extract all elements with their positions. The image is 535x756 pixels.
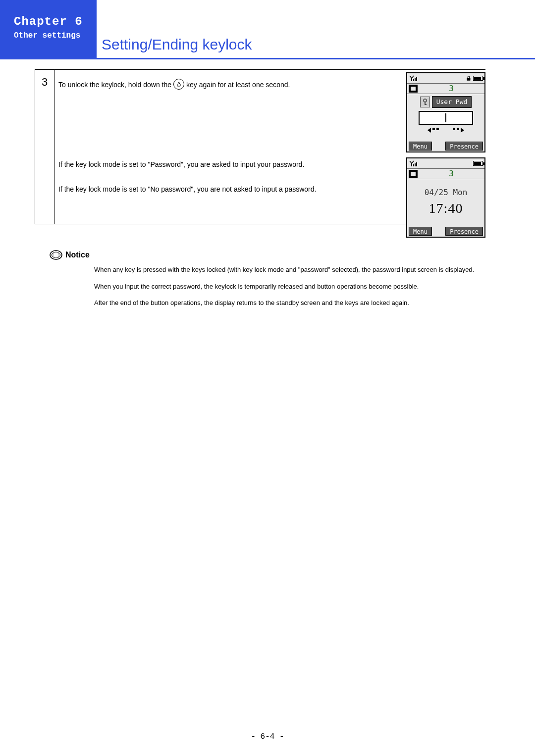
svg-rect-4 [416, 77, 417, 81]
channel-number: 3 [420, 83, 483, 94]
phone-mid-clock: 04/25 Mon 17:40 [407, 179, 484, 226]
phone-mid-password: User Pwd [407, 94, 484, 141]
svg-rect-9 [411, 163, 412, 166]
svg-rect-8 [425, 104, 427, 105]
svg-rect-0 [177, 84, 180, 87]
lock-icon [465, 75, 472, 82]
antenna-icon [409, 160, 419, 167]
svg-rect-2 [413, 79, 414, 81]
key-icon [420, 97, 430, 107]
notice-heading: Notice [50, 250, 500, 260]
user-pwd-label: User Pwd [432, 96, 472, 108]
content-area: 3 To unlock the keylock, hold down the k… [35, 69, 485, 224]
svg-rect-11 [415, 163, 416, 166]
page-footer: - 6-4 - [0, 732, 535, 741]
phone-screen-password: 3 User Pwd [406, 72, 485, 152]
svg-rect-1 [411, 78, 412, 81]
chapter-header-blue: Chapter 6 Other settings [0, 0, 97, 59]
phonebook-icon [409, 170, 418, 178]
instr-text-1a: To unlock the keylock, hold down the [58, 80, 171, 90]
notice-p3: After the end of the button operations, … [94, 298, 500, 308]
phone-inforow: 3 [407, 83, 484, 94]
battery-icon [473, 161, 483, 166]
notice-block: Notice When any key is pressed with the … [50, 250, 500, 315]
phone-statusbar [407, 73, 484, 83]
notice-text: When any key is pressed with the keys lo… [94, 265, 500, 308]
battery-icon [473, 76, 483, 81]
step-number: 3 [35, 70, 54, 224]
phone-inforow: 3 [407, 168, 484, 179]
notice-icon [50, 250, 62, 260]
instr-text-1b: key again for at least one second. [186, 80, 290, 90]
page-title: Setting/Ending keylock [102, 36, 252, 53]
channel-number: 3 [420, 168, 483, 179]
instr-text-3: If the key lock mode is set to "No passw… [58, 185, 356, 195]
chapter-number: Chapter 6 [14, 15, 91, 28]
clock-date: 04/25 Mon [425, 187, 468, 198]
notice-p2: When you input the correct password, the… [94, 282, 500, 292]
notice-label: Notice [65, 251, 90, 259]
phonebook-icon [409, 85, 418, 93]
svg-rect-5 [467, 78, 471, 80]
softkey-presence[interactable]: Presence [445, 142, 483, 151]
softkey-menu[interactable]: Menu [409, 142, 432, 151]
chapter-subtitle: Other settings [14, 31, 91, 40]
phone-statusbar [407, 158, 484, 168]
phone-softkeys: Menu Presence [407, 141, 484, 151]
step-row: 3 To unlock the keylock, hold down the k… [35, 69, 485, 224]
clock-time: 17:40 [429, 199, 463, 218]
step-body: To unlock the keylock, hold down the key… [54, 70, 485, 224]
page-indicator [428, 128, 464, 133]
svg-rect-10 [413, 164, 414, 166]
svg-rect-3 [415, 78, 416, 81]
notice-p1: When any key is pressed with the keys lo… [94, 265, 500, 275]
antenna-icon [409, 75, 419, 82]
instr-text-2: If the key lock mode is set to "Password… [58, 160, 356, 170]
softkey-menu[interactable]: Menu [409, 227, 432, 236]
password-input[interactable] [419, 111, 473, 125]
chapter-header-white: Setting/Ending keylock [97, 0, 535, 59]
svg-rect-12 [416, 162, 417, 166]
phone-screen-standby: 3 04/25 Mon 17:40 Menu Presence [406, 157, 485, 238]
text-cursor [445, 113, 446, 122]
phone-screens-column: 3 User Pwd [406, 72, 485, 243]
phone-softkeys: Menu Presence [407, 226, 484, 237]
lock-key-icon [173, 79, 184, 90]
softkey-presence[interactable]: Presence [445, 227, 483, 236]
